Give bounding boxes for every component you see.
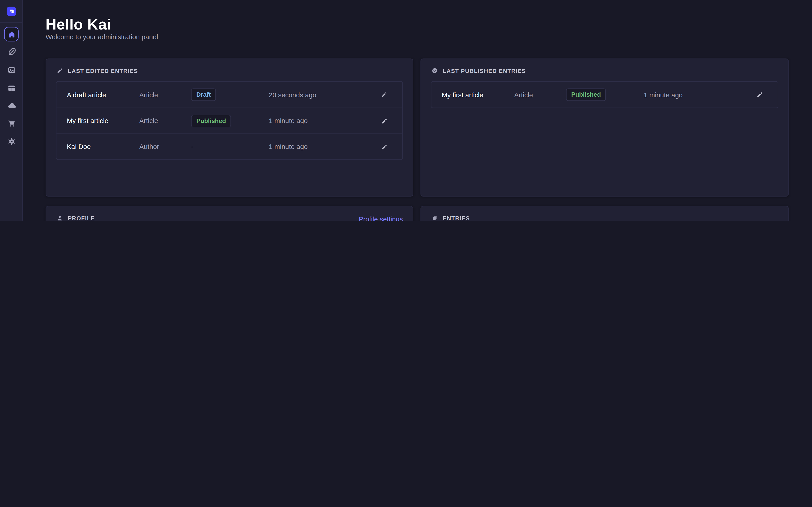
feather-icon (7, 47, 16, 56)
layout-icon (7, 83, 16, 93)
entry-time: 1 minute ago (269, 117, 377, 125)
last-published-entries-card: LAST PUBLISHED ENTRIES My first article … (420, 58, 789, 196)
page-subtitle: Welcome to your administration panel (46, 33, 158, 41)
documents-icon (431, 215, 438, 221)
pencil-icon (380, 91, 388, 98)
sidebar: KD (0, 0, 23, 221)
entries-header: ENTRIES (431, 215, 470, 221)
cloud-icon (7, 101, 16, 110)
pencil-icon (380, 117, 388, 124)
sidebar-item-media-library[interactable] (7, 65, 16, 74)
home-icon (7, 30, 15, 38)
profile-header: PROFILE (56, 215, 95, 221)
card-title: PROFILE (68, 215, 95, 221)
user-icon (56, 215, 63, 221)
sidebar-item-settings[interactable] (7, 136, 16, 146)
status-badge: Draft (191, 89, 216, 101)
last-published-table: My first article Article Published 1 min… (431, 81, 778, 108)
entry-time: 1 minute ago (644, 91, 752, 99)
sidebar-item-marketplace[interactable] (7, 118, 16, 128)
entry-name: Kai Doe (67, 143, 139, 151)
sidebar-item-content-manager[interactable] (7, 47, 16, 56)
last-edited-header: LAST EDITED ENTRIES (56, 67, 138, 74)
last-edited-table: A draft article Article Draft 20 seconds… (56, 81, 403, 160)
sidebar-item-home[interactable] (4, 27, 18, 41)
entry-name: My first article (67, 117, 139, 125)
entry-kind: Author (139, 143, 191, 151)
edit-entry-button[interactable] (376, 116, 392, 125)
entry-time: 1 minute ago (269, 143, 377, 151)
card-title: LAST EDITED ENTRIES (68, 68, 138, 74)
edit-entry-button[interactable] (752, 90, 768, 99)
entry-name: My first article (442, 91, 514, 99)
card-title: LAST PUBLISHED ENTRIES (443, 68, 526, 74)
entry-kind: Article (139, 91, 191, 99)
table-row[interactable]: A draft article Article Draft 20 seconds… (56, 82, 402, 108)
table-row[interactable]: My first article Article Published 1 min… (56, 108, 402, 133)
status-empty: - (191, 143, 269, 151)
sidebar-item-deploy[interactable] (7, 101, 16, 110)
card-title: ENTRIES (443, 215, 470, 221)
table-row[interactable]: Kai Doe Author - 1 minute ago (56, 133, 402, 159)
last-edited-entries-card: LAST EDITED ENTRIES A draft article Arti… (46, 58, 413, 196)
pencil-icon (56, 67, 63, 74)
strapi-logo-icon[interactable] (7, 7, 16, 16)
last-published-header: LAST PUBLISHED ENTRIES (431, 67, 526, 74)
table-row[interactable]: My first article Article Published 1 min… (431, 82, 778, 108)
sidebar-divider-top (0, 22, 22, 23)
gear-icon (7, 137, 16, 146)
strapi-admin-dashboard: KD Hello Kai Welcome to your administrat… (0, 0, 812, 221)
status-badge: Published (191, 115, 231, 127)
status-badge: Published (566, 89, 606, 101)
pencil-icon (756, 91, 763, 98)
profile-settings-link[interactable]: Profile settings (359, 215, 403, 221)
edit-entry-button[interactable] (376, 90, 392, 99)
images-icon (7, 65, 16, 74)
edit-entry-button[interactable] (376, 142, 392, 151)
entry-kind: Article (514, 91, 566, 99)
pencil-icon (380, 143, 388, 150)
entries-chart-card: ENTRIES 3 entries Draft Published (420, 206, 789, 221)
profile-card: PROFILE Profile settings KD Kai Doe kai.… (46, 206, 413, 221)
cart-icon (7, 119, 16, 127)
entry-kind: Article (139, 117, 191, 125)
entry-time: 20 seconds ago (269, 91, 377, 99)
sidebar-item-content-type-builder[interactable] (7, 83, 16, 93)
page-title: Hello Kai (46, 16, 111, 33)
entry-name: A draft article (67, 91, 139, 99)
check-circle-icon (431, 67, 438, 74)
